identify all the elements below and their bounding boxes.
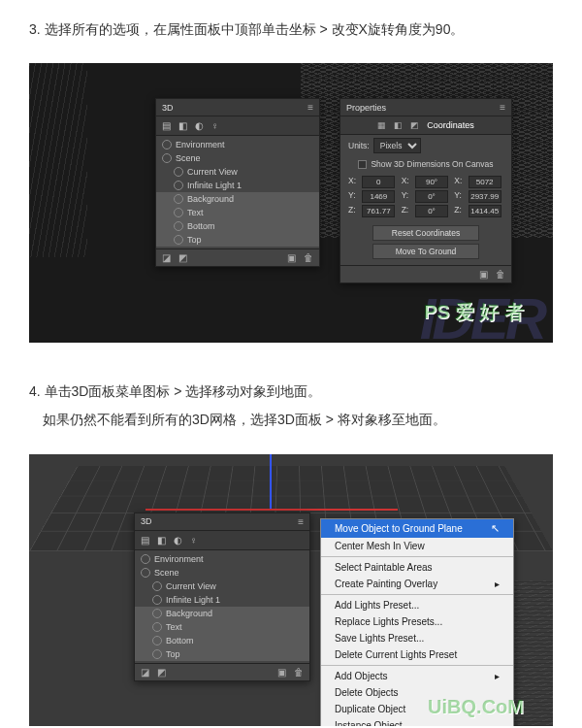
filter-light-icon[interactable]: ♀ [211, 120, 219, 131]
rot-x[interactable] [415, 176, 448, 188]
visibility-icon[interactable] [141, 554, 150, 564]
lbl-zs: Z: [454, 205, 464, 217]
units-select[interactable]: Pixels [373, 138, 421, 153]
visibility-icon[interactable] [152, 581, 162, 591]
tree-row[interactable]: Environment [156, 138, 319, 151]
scale-x[interactable] [469, 176, 501, 188]
tab-mesh-icon[interactable]: ▦ [377, 120, 386, 130]
panel-3d-filter-toolbar: ▤ ◧ ◐ ♀ [135, 531, 309, 550]
pos-x[interactable] [362, 176, 395, 188]
visibility-icon[interactable] [162, 153, 172, 163]
reset-coords-button[interactable]: Reset Coordinates [372, 225, 479, 241]
panel-3d: 3D ≡ ▤ ◧ ◐ ♀ Environment Scene Current V… [155, 98, 320, 267]
visibility-icon[interactable] [152, 636, 162, 645]
filter-all-icon[interactable]: ▤ [162, 120, 171, 131]
rot-y[interactable] [415, 190, 448, 203]
visibility-icon[interactable] [174, 194, 183, 204]
filter-light-icon[interactable]: ♀ [190, 535, 198, 546]
show-dims-row[interactable]: Show 3D Dimensions On Canvas [340, 156, 511, 172]
menu-create-overlay[interactable]: Create Painting Overlay▸ [321, 576, 513, 592]
tree-row[interactable]: Background [135, 607, 309, 620]
visibility-icon[interactable] [174, 208, 183, 217]
new-icon[interactable]: ▣ [287, 252, 296, 263]
pos-y[interactable] [362, 190, 395, 203]
tree-label: Environment [154, 554, 204, 564]
visibility-icon[interactable] [174, 167, 183, 177]
render-icon[interactable]: ▣ [479, 269, 488, 280]
footer-icon[interactable]: ◩ [178, 252, 187, 263]
scale-z[interactable] [469, 205, 501, 217]
tree-row[interactable]: Top [135, 647, 309, 661]
visibility-icon[interactable] [174, 181, 183, 190]
tree-row[interactable]: Text [135, 620, 309, 634]
new-icon[interactable]: ▣ [277, 667, 286, 678]
panel-prop-header: Properties ≡ [340, 99, 511, 116]
prop-footer: ▣ 🗑 [340, 265, 511, 282]
panel-menu-icon[interactable]: ≡ [500, 102, 505, 113]
tree-row[interactable]: Scene [156, 151, 319, 165]
tree-row[interactable]: Infinite Light 1 [135, 593, 309, 607]
menu-delete-lights[interactable]: Delete Current Lights Preset [321, 646, 513, 663]
filter-mesh-icon[interactable]: ◧ [178, 120, 187, 131]
tree-row[interactable]: Current View [135, 579, 309, 593]
tab-cap-icon[interactable]: ◩ [410, 120, 419, 130]
submenu-arrow-icon: ▸ [495, 579, 500, 589]
panel-menu-icon[interactable]: ≡ [298, 516, 304, 527]
tree-label: Current View [187, 167, 238, 177]
footer-icon[interactable]: ◩ [157, 667, 166, 678]
pos-z[interactable] [362, 205, 395, 217]
move-to-ground-button[interactable]: Move To Ground [372, 244, 479, 259]
units-label: Units: [348, 141, 370, 150]
delete-icon[interactable]: 🗑 [304, 252, 313, 263]
panel-3d-header: 3D ≡ [156, 99, 319, 116]
tree-row[interactable]: Scene [135, 566, 309, 579]
axis-y [270, 454, 272, 511]
tree-row[interactable]: Current View [156, 165, 319, 179]
visibility-icon[interactable] [141, 568, 150, 578]
figure-1: IDER 3D ≡ ▤ ◧ ◐ ♀ Environment Scene Curr… [29, 63, 553, 343]
visibility-icon[interactable] [152, 609, 162, 618]
menu-center-mesh[interactable]: Center Mesh In View [321, 538, 513, 554]
visibility-icon[interactable] [162, 140, 172, 149]
menu-add-lights[interactable]: Add Lights Preset... [321, 597, 513, 613]
bg-3d-text: IDER [420, 285, 543, 343]
menu-instance-object[interactable]: Instance Object [321, 717, 513, 726]
filter-all-icon[interactable]: ▤ [141, 535, 149, 546]
menu-add-objects[interactable]: Add Objects▸ [321, 668, 513, 684]
rot-z[interactable] [415, 205, 448, 217]
tab-deform-icon[interactable]: ◧ [394, 120, 403, 130]
tree-row[interactable]: Bottom [135, 634, 309, 647]
lbl-zr: Z: [402, 205, 411, 217]
tree-row[interactable]: Background [156, 192, 319, 206]
tab-coordinates[interactable]: Coordinates [427, 120, 474, 130]
menu-select-paintable[interactable]: Select Paintable Areas [321, 559, 513, 576]
menu-move-to-ground[interactable]: Move Object to Ground Plane↖ [321, 519, 513, 538]
visibility-icon[interactable] [152, 649, 162, 659]
delete-icon[interactable]: 🗑 [496, 269, 505, 280]
tree-row[interactable]: Text [156, 206, 319, 219]
footer-icon[interactable]: ◪ [141, 667, 149, 678]
visibility-icon[interactable] [152, 622, 162, 632]
checkbox-icon[interactable] [358, 160, 367, 169]
tree-row[interactable]: Infinite Light 1 [156, 179, 319, 192]
menu-save-lights[interactable]: Save Lights Preset... [321, 630, 513, 646]
visibility-icon[interactable] [174, 235, 183, 245]
menu-replace-lights[interactable]: Replace Lights Presets... [321, 613, 513, 630]
filter-material-icon[interactable]: ◐ [195, 120, 204, 131]
panel-menu-icon[interactable]: ≡ [307, 102, 313, 113]
tree-label: Scene [176, 153, 201, 163]
menu-delete-objects[interactable]: Delete Objects [321, 684, 513, 701]
scale-y[interactable] [469, 190, 501, 203]
visibility-icon[interactable] [152, 595, 162, 605]
visibility-icon[interactable] [174, 221, 183, 231]
filter-mesh-icon[interactable]: ◧ [157, 535, 166, 546]
footer-icon[interactable]: ◪ [162, 252, 171, 263]
delete-icon[interactable]: 🗑 [294, 667, 304, 678]
filter-material-icon[interactable]: ◐ [174, 535, 182, 546]
panel-properties: Properties ≡ ▦ ◧ ◩ Coordinates Units: Pi… [340, 98, 512, 283]
prop-tabs: ▦ ◧ ◩ Coordinates [340, 116, 511, 135]
menu-duplicate-object[interactable]: Duplicate Object [321, 701, 513, 717]
tree-row[interactable]: Bottom [156, 219, 319, 233]
tree-row[interactable]: Top [156, 233, 319, 247]
tree-row[interactable]: Environment [135, 552, 309, 566]
